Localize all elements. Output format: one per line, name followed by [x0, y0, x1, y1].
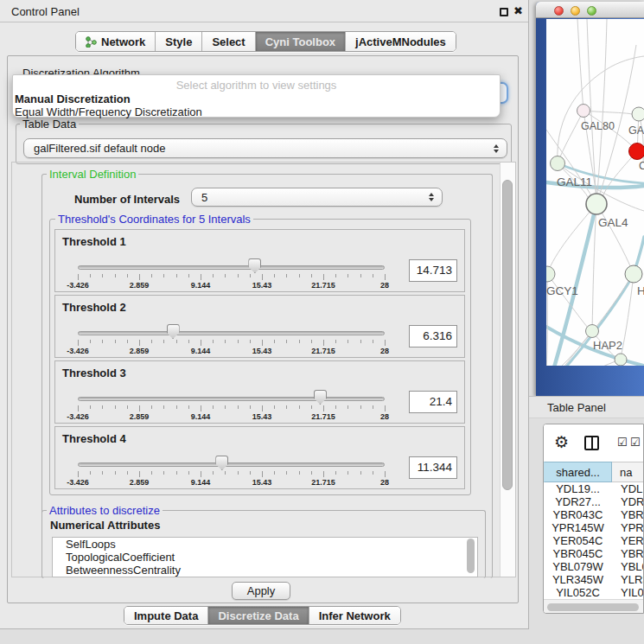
slider-tick-mark [373, 274, 373, 277]
slider-tick-label: 28 [380, 412, 389, 421]
slider-tick-mark [151, 274, 152, 277]
threshold-slider-track[interactable] [78, 265, 385, 270]
table-row[interactable]: YBR045CYBR0 [544, 547, 644, 560]
close-traffic-light-icon[interactable] [554, 6, 564, 16]
slider-tick-mark [348, 471, 348, 475]
horizontal-scrollbar[interactable] [544, 599, 644, 614]
split-view-icon[interactable] [584, 436, 599, 450]
table-row[interactable]: YLR345WYLR3 [544, 573, 644, 586]
zoom-traffic-light-icon[interactable] [587, 6, 596, 16]
slider-thumb[interactable] [314, 390, 327, 405]
tab-cyni-toolbox[interactable]: Cyni Toolbox [256, 32, 346, 51]
table-panel: ⚙ ☑ ☑ shared...na YDL19...YDL1YDR27...YD… [543, 424, 644, 614]
node-label-c: C [639, 160, 644, 172]
list-item[interactable]: TopologicalCoefficient [53, 551, 477, 564]
table-row[interactable]: YIL052CYIL0 [544, 586, 644, 599]
node-hap2[interactable] [586, 325, 599, 338]
table-row[interactable]: YER054CYER0 [544, 534, 644, 547]
table-row[interactable]: YDR27...YDR2 [544, 495, 644, 508]
slider-tick-mark [323, 340, 324, 346]
node-label-gal4: GAL4 [598, 216, 628, 229]
slider-tick-mark [250, 274, 251, 277]
slider-tick-mark [299, 405, 300, 409]
tab-style[interactable]: Style [156, 32, 202, 51]
node-gcy1[interactable] [546, 266, 555, 282]
column-header-shared[interactable]: shared... [544, 462, 612, 482]
network-window-titlebar[interactable] [536, 2, 644, 18]
column-header-na[interactable]: na [612, 462, 644, 482]
node-top-right[interactable] [632, 107, 644, 121]
slider-tick-mark [225, 471, 226, 475]
vertical-scrollbar-thumb[interactable] [502, 180, 513, 490]
threshold-value-field[interactable]: 6.316 [409, 325, 457, 348]
network-edges-gray [546, 19, 644, 366]
horizontal-scrollbar-thumb[interactable] [547, 603, 639, 611]
combobox-stepper-icon [494, 144, 499, 153]
table-data-combobox[interactable]: galFiltered.sif default node [23, 138, 507, 158]
threshold-slider-track[interactable] [78, 462, 385, 467]
gear-icon[interactable]: ⚙ [554, 432, 569, 451]
table-row[interactable]: YBL079WYBL0 [544, 560, 644, 573]
threshold-slider-track[interactable] [78, 331, 385, 335]
node-gal4[interactable] [586, 194, 607, 214]
table-cell: YBR0 [612, 508, 644, 521]
slider-tick-mark [250, 471, 251, 475]
slider-tick-mark [274, 471, 275, 475]
number-of-intervals-combobox[interactable]: 5 [191, 188, 443, 207]
tab-jactivemnodules[interactable]: jActiveMNodules [346, 32, 456, 51]
node-red[interactable] [629, 143, 644, 160]
table-data-group-label: Table Data [20, 118, 79, 131]
checkbox-icon[interactable]: ☑ [617, 436, 628, 449]
table-cell: YER054C [544, 534, 612, 547]
tab-select[interactable]: Select [202, 32, 255, 51]
slider-tick-label: 2.859 [130, 478, 150, 487]
threshold-value-field[interactable]: 21.4 [409, 391, 457, 413]
list-item[interactable]: BetweennessCentrality [53, 564, 477, 577]
slider-tick-mark [213, 274, 214, 277]
threshold-value-field[interactable]: 11.344 [409, 456, 457, 479]
threshold-value-field[interactable]: 14.713 [409, 259, 457, 282]
threshold-slider-track[interactable] [78, 397, 385, 401]
list-item[interactable]: SelfLoops [53, 538, 477, 551]
slider-tick-mark [90, 405, 91, 409]
minimize-traffic-light-icon[interactable] [571, 6, 580, 16]
tab-impute-data[interactable]: Impute Data [124, 607, 208, 624]
dropdown-option-equal-width-frequency[interactable]: Equal Width/Frequency Discretization [15, 105, 202, 118]
network-canvas[interactable]: GAL80GACGAL11GAL4GCY1HHAP2 [546, 19, 644, 366]
threshold-panel-2: Threshold 2-3.4262.8599.14415.4321.71528… [54, 295, 465, 358]
node-gal80[interactable] [577, 105, 590, 118]
slider-thumb[interactable] [215, 456, 228, 470]
tab-label: Cyni Toolbox [265, 35, 335, 48]
list-scrollbar-thumb[interactable] [467, 539, 475, 573]
slider-tick-label: 9.144 [191, 412, 211, 421]
slider-thumb[interactable] [167, 324, 180, 339]
table-row[interactable]: YDL19...YDL1 [544, 482, 644, 495]
dropdown-option-manual-discretization[interactable]: Manual Discretization [15, 92, 131, 105]
slider-tick-mark [102, 471, 103, 475]
thresholds-group-label: Threshold's Coordinates for 5 Intervals [55, 213, 253, 226]
slider-thumb[interactable] [248, 258, 261, 273]
node-gal11[interactable] [551, 156, 565, 171]
numerical-attributes-list[interactable]: SelfLoopsTopologicalCoefficientBetweenne… [52, 537, 478, 577]
dropdown-prompt-item[interactable]: Select algorithm to view settings [13, 79, 500, 92]
checkbox-icon[interactable]: ☑ [630, 436, 641, 449]
table-row[interactable]: YPR145WYPR1 [544, 521, 644, 534]
tab-discretize-data[interactable]: Discretize Data [208, 607, 309, 624]
slider-tick-mark [238, 340, 239, 343]
node-h[interactable] [625, 265, 642, 283]
slider-tick-mark [299, 471, 300, 475]
node-bottom-right[interactable] [615, 354, 627, 366]
tab-network[interactable]: Network [76, 32, 156, 51]
slider-tick-mark [323, 405, 324, 411]
slider-tick-mark [299, 340, 300, 343]
tab-infer-network[interactable]: Infer Network [309, 607, 400, 624]
slider-tick-mark [163, 471, 164, 475]
apply-button[interactable]: Apply [232, 582, 290, 600]
close-icon[interactable]: ✖ [513, 4, 523, 17]
slider-tick-mark [176, 340, 177, 343]
table-row[interactable]: YBR043CYBR0 [544, 508, 644, 521]
slider-tick-mark [201, 405, 201, 411]
slider-tick-mark [274, 274, 275, 277]
slider-tick-mark [213, 471, 214, 475]
float-window-icon[interactable] [500, 8, 508, 16]
